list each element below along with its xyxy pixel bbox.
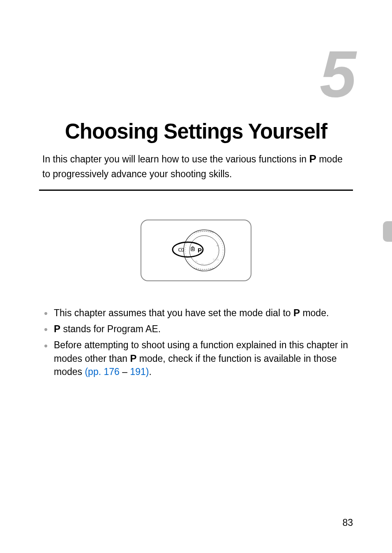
page-number: 83 — [342, 517, 353, 528]
list-item: P stands for Program AE. — [42, 322, 350, 336]
svg-point-12 — [181, 249, 182, 250]
intro-text-part1: In this chapter you will learn how to us… — [42, 154, 309, 164]
bullet3-period: . — [149, 366, 151, 377]
mode-dial-icon: ☼ ◐ ◎ SCN ▢ ▤ ⦿ P — [159, 228, 233, 273]
svg-text:◐: ◐ — [217, 244, 219, 247]
svg-text:▢: ▢ — [208, 262, 211, 265]
list-item: Before attempting to shoot using a funct… — [42, 338, 350, 379]
svg-text:▤: ▤ — [201, 263, 204, 266]
page-link-176[interactable]: (pp. 176 — [85, 366, 119, 377]
p-mode-glyph: P — [54, 323, 60, 334]
notes-list: This chapter assumes that you have set t… — [39, 306, 353, 379]
section-divider — [39, 190, 353, 191]
svg-text:◎: ◎ — [217, 251, 220, 254]
chapter-number: 5 — [39, 41, 353, 107]
p-mode-glyph: P — [309, 153, 316, 165]
svg-text:P: P — [198, 247, 202, 254]
svg-text:☼: ☼ — [212, 238, 214, 241]
p-mode-glyph: P — [130, 353, 136, 364]
page-link-191[interactable]: 191) — [130, 366, 149, 377]
list-item: This chapter assumes that you have set t… — [42, 306, 350, 320]
mode-dial-illustration: ☼ ◐ ◎ SCN ▢ ▤ ⦿ P — [141, 220, 251, 281]
p-mode-glyph: P — [293, 307, 300, 318]
svg-text:SCN: SCN — [213, 258, 219, 261]
bullet1-text2: mode. — [300, 308, 329, 318]
svg-text:⦿: ⦿ — [195, 261, 198, 264]
intro-paragraph: In this chapter you will learn how to us… — [39, 151, 353, 181]
bullet2-text: stands for Program AE. — [60, 324, 161, 334]
bullet3-dash: – — [120, 366, 130, 377]
thumb-tab — [383, 221, 392, 242]
chapter-title: Choosing Settings Yourself — [39, 119, 353, 143]
bullet1-text1: This chapter assumes that you have set t… — [54, 308, 293, 318]
